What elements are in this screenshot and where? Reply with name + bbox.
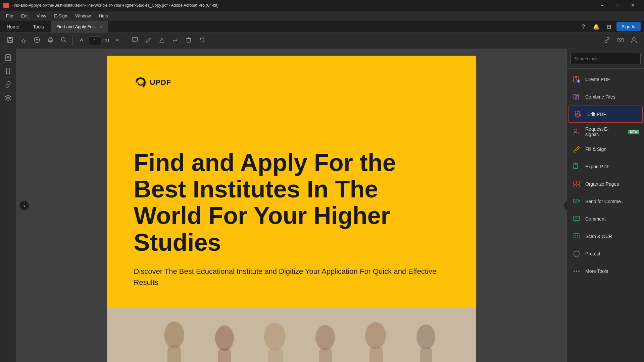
tool-label-request-esign: Request E-signat... (585, 126, 624, 137)
tab-close-button[interactable]: × (100, 24, 102, 29)
tab-document[interactable]: Find-and-Apply-For... × (51, 21, 108, 33)
close-button[interactable]: ✕ (625, 0, 641, 11)
svg-rect-10 (132, 38, 138, 41)
tool-item-export-pdf[interactable]: Export PDF (567, 158, 644, 175)
tool-label-send-comment: Send for Comme... (585, 199, 625, 204)
sidebar-icon-layers[interactable] (2, 92, 14, 104)
menu-edit[interactable]: Edit (18, 12, 32, 20)
next-page-button[interactable] (111, 35, 123, 47)
tool-item-request-esign[interactable]: Request E-signat... NEW (567, 123, 644, 140)
updf-logo: UPDF (134, 76, 449, 89)
tab-tools-label: Tools (33, 24, 44, 29)
sidebar-icon-bookmarks[interactable] (2, 65, 14, 77)
tool-label-scan-ocr: Scan & OCR (585, 234, 612, 239)
tool-label-edit-pdf: Edit PDF (587, 112, 606, 117)
pdf-page: UPDF Find and Apply For the Best Institu… (107, 56, 476, 362)
sidebar-icon-links[interactable] (2, 78, 14, 90)
email-icon (617, 37, 624, 45)
window-controls: − □ ✕ (594, 0, 641, 11)
email-button[interactable] (614, 35, 627, 47)
save-button[interactable] (4, 35, 16, 47)
tool-item-scan-ocr[interactable]: Scan & OCR (567, 228, 644, 245)
window-title: Find-and-Apply-For-the-Best-Institutes-I… (11, 3, 218, 8)
menu-esign[interactable]: E-Sign (51, 12, 70, 20)
bookmark-button[interactable]: ☆ (17, 35, 30, 47)
tab-bar-right: ? 🔔 ⊞ Sign In (578, 21, 644, 32)
apps-button[interactable]: ⊞ (604, 21, 614, 32)
sidebar-icon-pages[interactable] (2, 52, 14, 64)
tool-label-fill-sign: Fill & Sign (585, 146, 606, 152)
svg-rect-26 (167, 345, 181, 362)
left-sidebar (0, 49, 16, 362)
tool-item-comment[interactable]: Comment (567, 210, 644, 228)
delete-button[interactable] (183, 35, 195, 47)
help-icon-button[interactable]: ? (578, 21, 589, 32)
svg-rect-61 (574, 216, 580, 221)
highlight-button[interactable] (156, 35, 168, 47)
tool-label-comment: Comment (585, 216, 606, 222)
svg-rect-28 (218, 348, 231, 362)
svg-point-8 (61, 38, 65, 41)
search-tools-input[interactable] (571, 53, 641, 64)
protect-icon (572, 249, 581, 258)
maximize-button[interactable]: □ (610, 0, 625, 11)
svg-point-17 (633, 38, 635, 40)
notifications-button[interactable]: 🔔 (591, 21, 602, 32)
svg-point-71 (578, 270, 580, 272)
pencil-button[interactable] (142, 35, 154, 47)
tool-item-more-tools[interactable]: More Tools (567, 262, 644, 280)
bell-icon: 🔔 (593, 23, 600, 30)
tools-list: Create PDF Combine Files (567, 69, 644, 362)
page-number-input[interactable] (89, 37, 101, 45)
svg-rect-57 (574, 185, 576, 187)
tool-label-organize-pages: Organize Pages (585, 181, 619, 187)
zoom-icon (60, 37, 67, 45)
prev-page-button[interactable] (76, 35, 88, 47)
user-icon (631, 37, 637, 45)
menu-view[interactable]: View (33, 12, 49, 20)
upload-icon (34, 37, 40, 45)
grid-icon: ⊞ (607, 23, 611, 30)
tool-item-send-comment[interactable]: Send for Comme... (567, 193, 644, 210)
tab-bar: Home Tools Find-and-Apply-For... × ? 🔔 ⊞… (0, 21, 644, 33)
request-esign-icon (572, 127, 581, 136)
sign-button[interactable] (169, 35, 181, 47)
link-button[interactable] (601, 35, 613, 47)
comment-tool-icon (572, 214, 581, 224)
app-icon (3, 3, 9, 8)
tool-item-organize-pages[interactable]: Organize Pages (567, 175, 644, 193)
svg-rect-67 (575, 237, 576, 238)
print-button[interactable] (44, 35, 56, 47)
minimize-button[interactable]: − (594, 0, 610, 11)
comment-button[interactable] (129, 35, 141, 47)
trash-icon (185, 37, 192, 45)
tool-item-combine-files[interactable]: Combine Files (567, 88, 644, 106)
toolbar: ☆ / 31 (0, 33, 644, 49)
pdf-scroll[interactable]: UPDF Find and Apply For the Best Institu… (16, 49, 567, 362)
tab-tools[interactable]: Tools (26, 21, 51, 33)
prev-page-nav[interactable]: ‹ (19, 201, 29, 210)
tool-item-edit-pdf[interactable]: Edit PDF (568, 106, 643, 123)
tool-item-create-pdf[interactable]: Create PDF (567, 71, 644, 88)
menu-file[interactable]: File (3, 12, 16, 20)
svg-rect-1 (9, 37, 11, 39)
tool-item-fill-sign[interactable]: Fill & Sign (567, 140, 644, 158)
menu-help[interactable]: Help (96, 12, 111, 20)
tool-label-export-pdf: Export PDF (585, 164, 609, 169)
upload-button[interactable] (31, 35, 43, 47)
zoom-button[interactable] (58, 35, 70, 47)
avatar-button[interactable] (628, 35, 640, 47)
menu-window[interactable]: Window (72, 12, 94, 20)
print-icon (47, 37, 54, 45)
edit-pdf-icon (574, 110, 583, 119)
tab-home[interactable]: Home (0, 21, 26, 33)
sign-in-button[interactable]: Sign In (616, 22, 641, 31)
page-nav: / 31 (76, 35, 123, 47)
right-panel: Create PDF Combine Files (567, 49, 644, 362)
pdf-yellow-section: UPDF Find and Apply For the Best Institu… (107, 56, 476, 308)
svg-line-68 (577, 237, 578, 238)
rotate-button[interactable] (196, 35, 208, 47)
toolbar-right (601, 35, 640, 47)
tool-item-protect[interactable]: Protect (567, 245, 644, 262)
svg-rect-46 (577, 94, 579, 97)
